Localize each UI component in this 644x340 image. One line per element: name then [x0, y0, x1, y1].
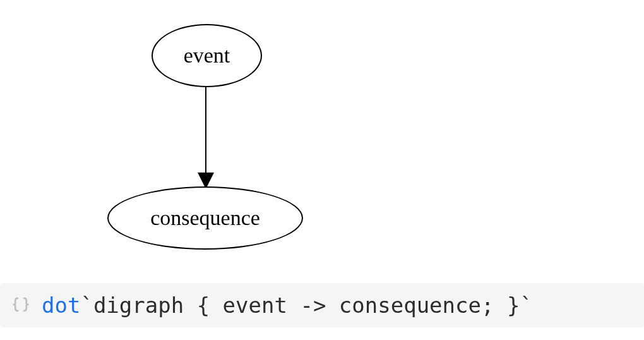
node-consequence-label: consequence — [150, 206, 260, 230]
edge-line — [205, 87, 206, 176]
code-keyword: dot — [42, 293, 80, 318]
code-cell[interactable]: dot`digraph { event -> consequence; }` — [0, 283, 644, 327]
node-event: event — [152, 24, 262, 87]
braces-icon — [11, 296, 30, 315]
graph-diagram: event consequence — [0, 0, 644, 272]
node-consequence: consequence — [107, 186, 303, 250]
node-event-label: event — [184, 44, 230, 68]
code-body: `digraph { event -> consequence; }` — [80, 293, 532, 318]
